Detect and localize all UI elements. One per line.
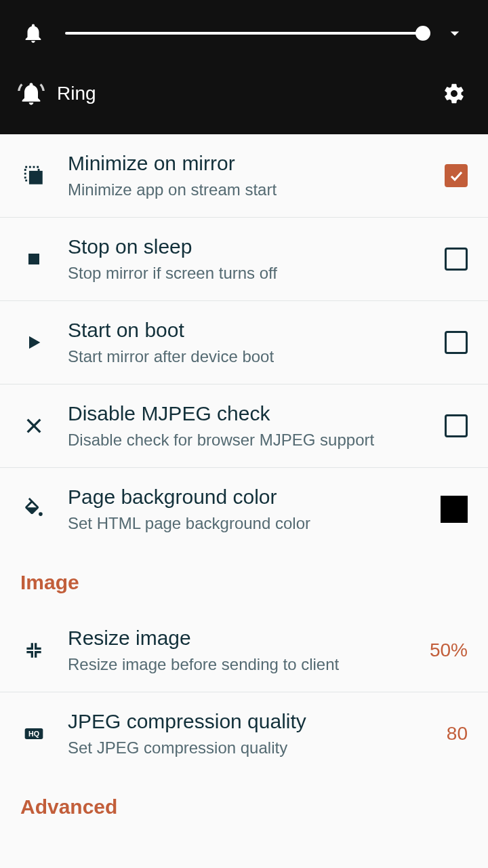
setting-page-background-color[interactable]: Page background color Set HTML page back… <box>0 468 488 551</box>
setting-value: 50% <box>430 639 468 661</box>
setting-start-on-boot[interactable]: Start on boot Start mirror after device … <box>0 301 488 384</box>
setting-title: JPEG compression quality <box>68 710 436 733</box>
setting-stop-on-sleep[interactable]: Stop on sleep Stop mirror if screen turn… <box>0 218 488 301</box>
volume-row <box>0 0 488 60</box>
setting-title: Disable MJPEG check <box>68 402 434 425</box>
setting-subtitle: Stop mirror if screen turns off <box>68 264 434 283</box>
checkbox[interactable] <box>445 414 468 437</box>
ring-label: Ring <box>57 83 441 104</box>
play-icon <box>20 329 47 356</box>
setting-subtitle: Start mirror after device boot <box>68 347 434 366</box>
setting-title: Page background color <box>68 486 430 509</box>
compress-icon <box>20 637 47 664</box>
setting-title: Start on boot <box>68 319 434 342</box>
ring-icon <box>16 79 46 108</box>
setting-subtitle: Set JPEG compression quality <box>68 738 436 757</box>
setting-jpeg-quality[interactable]: HQ JPEG compression quality Set JPEG com… <box>0 692 488 775</box>
notification-volume-panel: Ring <box>0 0 488 134</box>
settings-list: Minimize on mirror Minimize app on strea… <box>0 134 488 818</box>
setting-disable-mjpeg-check[interactable]: Disable MJPEG check Disable check for br… <box>0 384 488 468</box>
setting-title: Resize image <box>68 627 419 650</box>
settings-icon[interactable] <box>441 80 468 107</box>
svg-point-6 <box>39 512 43 516</box>
setting-subtitle: Set HTML page background color <box>68 514 430 533</box>
setting-minimize-on-mirror[interactable]: Minimize on mirror Minimize app on strea… <box>0 134 488 218</box>
stop-icon <box>20 245 47 273</box>
setting-subtitle: Minimize app on stream start <box>68 180 434 199</box>
paint-icon <box>20 496 47 523</box>
svg-rect-2 <box>28 254 39 264</box>
cross-icon <box>20 412 47 439</box>
section-header-image: Image <box>0 551 488 609</box>
svg-text:HQ: HQ <box>28 730 39 738</box>
setting-resize-image[interactable]: Resize image Resize image before sending… <box>0 609 488 692</box>
hq-icon: HQ <box>20 720 47 747</box>
ring-row: Ring <box>0 60 488 134</box>
setting-title: Minimize on mirror <box>68 152 434 175</box>
setting-value: 80 <box>447 723 468 745</box>
color-swatch[interactable] <box>441 496 468 523</box>
minimize-icon <box>20 162 47 189</box>
bell-icon <box>20 20 46 46</box>
setting-subtitle: Disable check for browser MJPEG support <box>68 431 434 450</box>
setting-subtitle: Resize image before sending to client <box>68 655 419 674</box>
svg-marker-3 <box>29 336 40 349</box>
checkbox[interactable] <box>445 164 468 187</box>
section-header-advanced: Advanced <box>0 775 488 818</box>
expand-icon[interactable] <box>442 23 468 43</box>
checkbox[interactable] <box>445 331 468 354</box>
svg-rect-1 <box>29 171 43 184</box>
checkbox[interactable] <box>445 248 468 271</box>
setting-title: Stop on sleep <box>68 235 434 258</box>
volume-slider[interactable] <box>65 25 423 41</box>
